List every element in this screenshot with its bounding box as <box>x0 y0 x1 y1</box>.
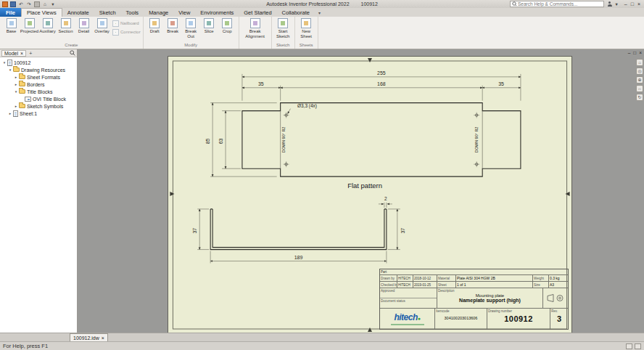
title-block[interactable]: Part Drawn by HITECH 2018-10-12 Material… <box>379 269 569 330</box>
hole[interactable] <box>284 161 289 167</box>
hole[interactable] <box>284 113 289 118</box>
print-icon[interactable] <box>34 1 40 7</box>
save-icon[interactable] <box>10 1 16 7</box>
browser-tab-model[interactable]: Model × <box>1 50 26 57</box>
tree-item-document[interactable]: ▾ 100912 <box>0 59 77 66</box>
dim-flange-right[interactable]: 37 <box>400 228 405 234</box>
status-snap-icon[interactable] <box>635 343 641 349</box>
status-bar: For Help, press F1 <box>0 341 644 350</box>
user-account-icon[interactable] <box>607 1 613 7</box>
doc-restore-button[interactable]: □ <box>633 50 636 55</box>
tab-sketch[interactable]: Sketch <box>94 8 121 17</box>
dim-right-flange[interactable]: 35 <box>498 81 504 86</box>
crop-button[interactable]: Crop <box>218 17 236 34</box>
tab-environments[interactable]: Environments <box>195 8 239 17</box>
browser-add-tab-button[interactable]: + <box>28 51 33 56</box>
dim-thickness[interactable]: 2 <box>384 196 387 201</box>
document-tab[interactable]: 100912.idw × <box>70 333 108 341</box>
expander-icon[interactable]: ▸ <box>7 111 13 115</box>
bend-note-right[interactable]: DOWN 90° R2 <box>474 127 479 153</box>
tree-item-sheet1[interactable]: ▸ Sheet:1 <box>0 110 77 117</box>
expander-icon[interactable]: ▸ <box>13 104 19 108</box>
browser-search-icon[interactable] <box>70 50 75 56</box>
connector-button[interactable]: Connector <box>112 28 141 36</box>
dim-left-flange[interactable]: 35 <box>258 81 264 86</box>
orbit-icon[interactable]: ↻ <box>636 94 643 101</box>
drawing-sheet[interactable]: 255 35 168 35 85 63 Ø3,3 (4x) DOWN 90° R… <box>168 56 572 333</box>
start-sketch-button[interactable]: Start Sketch <box>274 17 292 38</box>
expander-icon[interactable]: ▾ <box>13 89 19 94</box>
maximize-button[interactable]: □ <box>631 1 634 7</box>
doc-minimize-button[interactable]: – <box>628 50 631 55</box>
hole-callout[interactable]: Ø3,3 (4x) <box>297 103 317 109</box>
new-sheet-button[interactable]: New Sheet <box>297 17 315 38</box>
projected-view-icon <box>25 18 35 28</box>
dim-inner-height[interactable]: 63 <box>218 138 223 144</box>
nav-wheel-icon[interactable]: ◎ <box>636 68 643 75</box>
tab-view[interactable]: View <box>173 8 195 17</box>
flat-pattern-view[interactable]: 255 35 168 35 85 63 Ø3,3 (4x) DOWN 90° R… <box>205 70 521 190</box>
expander-icon[interactable]: ▾ <box>7 68 13 72</box>
search-input[interactable] <box>518 1 601 7</box>
dim-base-width[interactable]: 189 <box>294 255 303 260</box>
tree-item-sketch-symbols[interactable]: ▸ Sketch Symbols <box>0 102 77 110</box>
center-mark-bottom <box>368 327 372 332</box>
auxiliary-view-button[interactable]: Auxiliary <box>38 17 57 34</box>
ribbon-group-create: Base Projected Auxiliary Section Detail <box>0 17 144 49</box>
tab-annotate[interactable]: Annotate <box>62 8 94 17</box>
account-dropdown-icon[interactable]: ▾ <box>616 1 618 7</box>
tree-item-borders[interactable]: ▸ Borders <box>0 81 77 88</box>
close-button[interactable]: × <box>637 1 640 7</box>
dim-total-width[interactable]: 255 <box>377 70 386 76</box>
home-view-icon[interactable]: ⌂ <box>636 59 643 66</box>
status-grid-icon[interactable] <box>626 343 632 349</box>
slice-button[interactable]: Slice <box>200 17 218 34</box>
break-out-button[interactable]: Break Out <box>182 17 200 38</box>
tab-get-started[interactable]: Get Started <box>239 8 276 17</box>
folded-side-view[interactable]: 37 37 189 2 <box>192 196 405 264</box>
break-button[interactable]: Break <box>164 17 182 34</box>
document-tab-close-icon[interactable]: × <box>102 335 104 341</box>
minimize-button[interactable]: – <box>624 1 627 7</box>
tree-item-drawing-resources[interactable]: ▾ Drawing Resources <box>0 66 77 73</box>
tree-item-title-blocks[interactable]: ▾ Title Blocks <box>0 88 77 95</box>
tab-file[interactable]: File <box>0 8 21 17</box>
browser-tab-close-icon[interactable]: × <box>20 51 23 56</box>
tab-place-views[interactable]: Place Views <box>21 8 62 17</box>
qat-dropdown-icon[interactable]: ▾ <box>50 1 56 7</box>
ribbon-options-icon[interactable]: ▾ <box>318 10 321 15</box>
app-logo-icon[interactable] <box>2 1 8 7</box>
tree-item-sheet-formats[interactable]: ▸ Sheet Formats <box>0 73 77 81</box>
zoom-icon[interactable]: ⊕ <box>636 76 643 84</box>
undo-icon[interactable]: ↶ <box>18 1 24 7</box>
hole[interactable] <box>474 161 479 167</box>
redo-icon[interactable]: ↷ <box>26 1 32 7</box>
tab-manage[interactable]: Manage <box>144 8 173 17</box>
expander-icon[interactable]: ▸ <box>13 82 19 86</box>
expander-icon[interactable]: ▸ <box>13 75 19 79</box>
tree-item-ovi-title-block[interactable]: OVI Title Block <box>0 95 77 102</box>
flat-pattern-caption[interactable]: Flat pattern <box>347 182 382 190</box>
section-view-button[interactable]: Section <box>57 17 75 34</box>
detail-view-button[interactable]: Detail <box>75 17 93 34</box>
overlay-view-button[interactable]: Overlay <box>93 17 111 34</box>
expander-icon[interactable]: ▾ <box>1 60 7 65</box>
dim-flange-left[interactable]: 37 <box>192 228 197 234</box>
drawing-viewport[interactable]: 255 35 168 35 85 63 Ø3,3 (4x) DOWN 90° R… <box>78 49 644 333</box>
tab-collaborate[interactable]: Collaborate <box>277 8 315 17</box>
doc-close-button[interactable]: × <box>639 50 642 55</box>
hole[interactable] <box>474 113 479 118</box>
home-icon[interactable]: ⌂ <box>42 1 48 7</box>
base-view-button[interactable]: Base <box>2 17 20 34</box>
pan-icon[interactable]: ↔ <box>636 85 643 92</box>
bend-note-left[interactable]: DOWN 90° R2 <box>281 127 286 153</box>
connector-icon <box>112 29 119 36</box>
help-search-box[interactable] <box>510 1 604 7</box>
nailboard-button[interactable]: Nailboard <box>112 20 141 27</box>
dim-outer-height[interactable]: 85 <box>205 138 210 144</box>
break-alignment-button[interactable]: Break Alignment <box>242 17 269 38</box>
tab-tools[interactable]: Tools <box>121 8 144 17</box>
projected-view-button[interactable]: Projected <box>20 17 38 34</box>
draft-button[interactable]: Draft <box>146 17 164 34</box>
dim-center[interactable]: 168 <box>377 81 386 86</box>
